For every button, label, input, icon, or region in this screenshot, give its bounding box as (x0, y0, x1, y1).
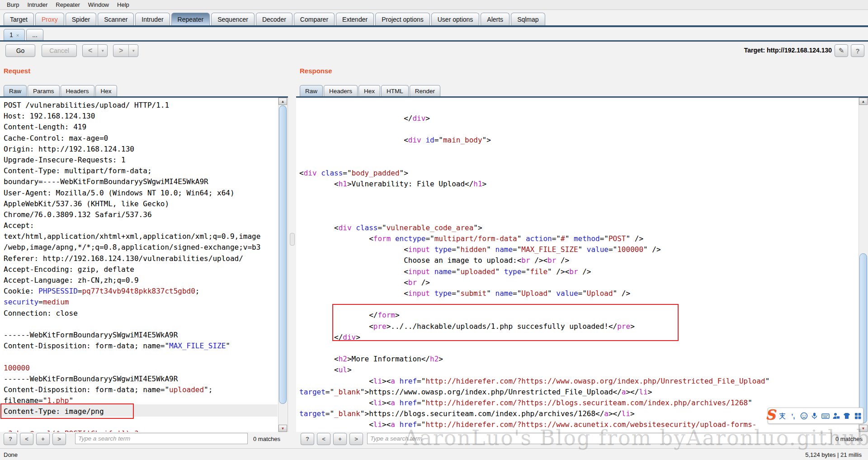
next-request-button[interactable]: > ▼ (113, 44, 138, 57)
request-tab-raw[interactable]: Raw (4, 85, 27, 96)
code-line: Connection: close (4, 308, 288, 319)
panel-divider-handle[interactable] (290, 233, 295, 246)
tab-alerts[interactable]: Alerts (481, 13, 509, 25)
menu-window[interactable]: Window (84, 1, 113, 8)
request-raw-text[interactable]: POST /vulnerabilities/upload/ HTTP/1.1Ho… (0, 98, 288, 432)
tab-comparer[interactable]: Comparer (294, 13, 335, 25)
tab-user-options[interactable]: User options (431, 13, 480, 25)
go-button[interactable]: Go (5, 44, 35, 57)
emoji-icon[interactable] (800, 412, 808, 420)
code-line: security=medium (4, 297, 288, 308)
request-tab-headers[interactable]: Headers (61, 85, 94, 96)
code-line: Content-Disposition: form-data; name="up… (4, 384, 288, 395)
search-add-button[interactable]: + (36, 433, 50, 445)
request-tab-hex[interactable]: Hex (95, 85, 117, 96)
tab-target[interactable]: Target (4, 13, 34, 25)
code-line: Content-Type: multipart/form-data; (4, 166, 288, 176)
code-line (4, 417, 288, 428)
request-tab-params[interactable]: Params (28, 85, 60, 96)
menu-help[interactable]: Help (113, 1, 133, 8)
tab-extender[interactable]: Extender (336, 13, 374, 25)
chevron-left-icon: < (83, 45, 98, 57)
response-viewer[interactable]: </div> <div id="main_body"><div class="b… (296, 98, 868, 432)
response-search-input[interactable] (367, 433, 832, 444)
search-next-button[interactable]: > (349, 433, 363, 445)
search-prev-button[interactable]: < (317, 433, 330, 445)
repeater-tab-1[interactable]: 1× (4, 29, 25, 40)
search-prev-button[interactable]: < (20, 433, 33, 445)
sogou-ime-toolbar[interactable]: S ’, (768, 408, 863, 424)
tab-repeater[interactable]: Repeater (171, 13, 210, 25)
scroll-down-icon[interactable]: ▼ (278, 425, 287, 432)
response-tab-hex[interactable]: Hex (359, 85, 380, 96)
voice-input-icon[interactable] (811, 412, 819, 420)
response-scrollbar-thumb[interactable] (859, 253, 867, 423)
search-next-button[interactable]: > (52, 433, 66, 445)
response-tab-headers[interactable]: Headers (324, 85, 358, 96)
code-line: ------WebKitFormBoundaryySWgwiMI4E5WkA9R (4, 330, 288, 341)
tab-sequencer[interactable]: Sequencer (211, 13, 255, 25)
scroll-up-icon[interactable]: ▲ (278, 98, 287, 105)
tab-project-options[interactable]: Project options (375, 13, 430, 25)
code-line: Chrome/76.0.3809.132 Safari/537.36 (4, 209, 288, 220)
account-icon[interactable] (832, 412, 840, 420)
tab-decoder[interactable]: Decoder (256, 13, 292, 25)
tab-intruder[interactable]: Intruder (135, 13, 170, 25)
repeater-tab-...[interactable]: ... (26, 29, 43, 40)
prev-request-button[interactable]: < ▼ (82, 44, 108, 57)
scroll-down-icon[interactable]: ▼ (859, 425, 868, 432)
sogou-logo-icon[interactable]: S (765, 407, 775, 422)
edit-target-button[interactable]: ✎ (835, 44, 848, 57)
code-line: boundary=----WebKitFormBoundaryySWgwiMI4… (4, 176, 288, 187)
request-scrollbar[interactable]: ▲ ▼ (278, 98, 288, 432)
soft-keyboard-icon[interactable] (821, 412, 830, 420)
menu-repeater[interactable]: Repeater (52, 1, 84, 8)
menu-burp[interactable]: Burp (3, 1, 23, 8)
status-bar: Done 5,124 bytes | 21 millis (0, 448, 868, 460)
code-line: <li><a href="http://hiderefer.com/?https… (299, 376, 868, 387)
tab-scanner[interactable]: Scanner (98, 13, 134, 25)
search-help-button[interactable]: ? (4, 433, 17, 445)
search-help-button[interactable]: ? (301, 433, 314, 445)
skin-icon[interactable] (843, 412, 851, 420)
request-search-input[interactable] (75, 433, 248, 444)
tab-bar-underline (0, 25, 868, 27)
response-search-matches: 0 matches (835, 436, 863, 442)
code-line (299, 146, 868, 157)
search-add-button[interactable]: + (333, 433, 347, 445)
response-tab-html[interactable]: HTML (381, 85, 409, 96)
code-line: <form enctype="multipart/form-data" acti… (299, 233, 868, 244)
code-line: <h2>More Information</h2> (299, 354, 868, 365)
request-scrollbar-thumb[interactable] (279, 105, 287, 404)
request-search-matches: 0 matches (253, 436, 280, 442)
menu-intruder[interactable]: Intruder (23, 1, 52, 8)
toolbox-icon[interactable] (854, 412, 862, 420)
cancel-button[interactable]: Cancel (42, 44, 77, 57)
close-icon[interactable]: × (16, 33, 19, 38)
response-raw-text[interactable]: </div> <div id="main_body"><div class="b… (296, 98, 868, 432)
chevron-down-icon[interactable]: ▼ (128, 45, 138, 57)
response-scrollbar[interactable]: ▲ ▼ (859, 98, 868, 432)
chevron-down-icon[interactable]: ▼ (98, 45, 107, 57)
code-line: POST /vulnerabilities/upload/ HTTP/1.1 (4, 100, 288, 111)
response-tab-raw[interactable]: Raw (300, 85, 323, 96)
help-button[interactable]: ? (851, 44, 864, 57)
repeater-toolbar: Go Cancel < ▼ > ▼ Target: http://192.168… (0, 43, 868, 61)
tab-spider[interactable]: Spider (66, 13, 96, 25)
code-line (299, 201, 868, 212)
punctuation-icon[interactable]: ’, (789, 412, 797, 420)
code-line: User-Agent: Mozilla/5.0 (Windows NT 10.0… (4, 188, 288, 199)
code-line: /webp,image/apng,*/*;q=0.8,application/s… (4, 242, 288, 253)
response-tab-render[interactable]: Render (410, 85, 440, 96)
code-line (4, 351, 288, 362)
code-line: Referer: http://192.168.124.130/vulnerab… (4, 253, 288, 264)
code-line: Accept-Encoding: gzip, deflate (4, 264, 288, 275)
scroll-up-icon[interactable]: ▲ (859, 98, 868, 105)
english-mode-icon[interactable] (778, 412, 787, 420)
request-editor[interactable]: POST /vulnerabilities/upload/ HTTP/1.1Ho… (0, 98, 288, 432)
response-size-time: 5,124 bytes | 21 millis (805, 451, 862, 458)
code-line: 100000 (4, 363, 288, 374)
code-line (299, 190, 868, 200)
tab-sqlmap[interactable]: Sqlmap (511, 13, 545, 25)
tab-proxy[interactable]: Proxy (35, 13, 64, 25)
